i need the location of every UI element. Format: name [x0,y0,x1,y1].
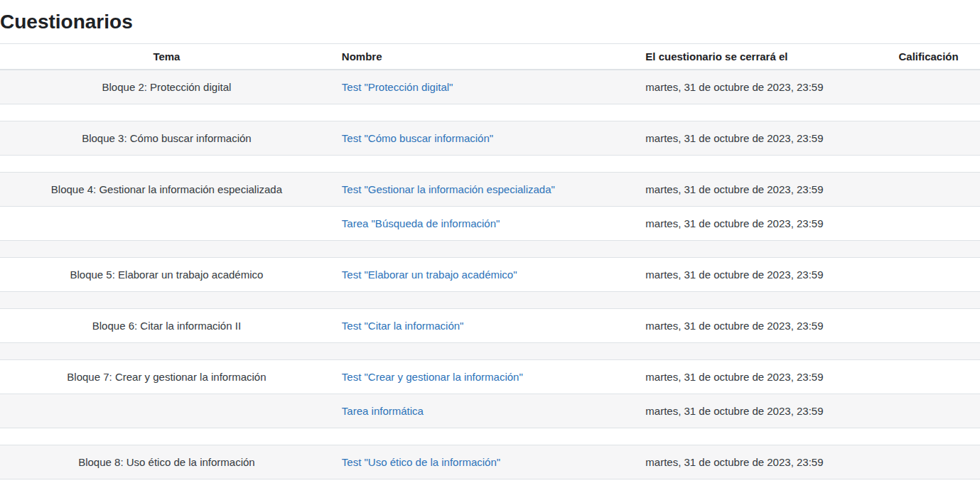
col-header-tema: Tema [0,44,333,70]
page-title: Cuestionarios [0,10,980,34]
header-row: Tema Nombre El cuestionario se cerrará e… [0,44,980,70]
tema-cell: Bloque 5: Elaborar un trabajo académico [0,258,333,292]
tema-cell: Bloque 8: Uso ético de la información [0,445,333,479]
tema-cell: Bloque 3: Cómo buscar información [0,121,333,156]
tema-cell: Bloque 2: Protección digital [0,70,333,104]
quiz-row: Tarea "Búsqueda de información" martes, … [0,207,980,241]
close-date-cell: martes, 31 de octubre de 2023, 23:59 [637,207,877,241]
activity-link[interactable]: Test "Protección digital" [342,81,453,93]
activity-link[interactable]: Test "Gestionar la información especiali… [342,183,555,195]
quiz-row: Bloque 4: Gestionar la información espec… [0,173,980,207]
nombre-cell: Test "Citar la información" [333,309,637,343]
nombre-cell: Test "Elaborar un trabajo académico" [333,258,637,292]
close-date-cell: martes, 31 de octubre de 2023, 23:59 [637,258,877,292]
activity-link[interactable]: Test "Citar la información" [342,320,464,332]
col-header-calificacion: Calificación [877,44,980,70]
activity-link[interactable]: Tarea "Búsqueda de información" [342,217,500,229]
close-date-cell: martes, 31 de octubre de 2023, 23:59 [637,173,877,207]
spacer-row [0,241,980,258]
col-header-nombre: Nombre [333,44,637,70]
nombre-cell: Test "Protección digital" [333,70,637,104]
quizzes-table: Tema Nombre El cuestionario se cerrará e… [0,43,980,479]
quiz-row: Bloque 6: Citar la información II Test "… [0,309,980,343]
grade-cell [877,445,980,479]
grade-cell [877,360,980,394]
nombre-cell: Test "Gestionar la información especiali… [333,173,637,207]
nombre-cell: Test "Cómo buscar información" [333,121,637,156]
spacer-cell [0,428,980,445]
tema-cell [0,394,333,428]
spacer-cell [0,343,980,360]
grade-cell [877,258,980,292]
spacer-row [0,104,980,121]
quiz-row: Bloque 5: Elaborar un trabajo académico … [0,258,980,292]
nombre-cell: Tarea informática [333,394,637,428]
activity-link[interactable]: Test "Crear y gestionar la información" [342,371,523,383]
activity-link[interactable]: Test "Uso ético de la información" [342,456,500,468]
grade-cell [877,207,980,241]
close-date-cell: martes, 31 de octubre de 2023, 23:59 [637,360,877,394]
nombre-cell: Test "Crear y gestionar la información" [333,360,637,394]
col-header-cierre: El cuestionario se cerrará el [637,44,877,70]
close-date-cell: martes, 31 de octubre de 2023, 23:59 [637,445,877,479]
nombre-cell: Test "Uso ético de la información" [333,445,637,479]
grade-cell [877,70,980,104]
tema-cell [0,207,333,241]
spacer-cell [0,156,980,173]
close-date-cell: martes, 31 de octubre de 2023, 23:59 [637,70,877,104]
grade-cell [877,394,980,428]
close-date-cell: martes, 31 de octubre de 2023, 23:59 [637,309,877,343]
tema-cell: Bloque 4: Gestionar la información espec… [0,173,333,207]
quiz-row: Bloque 2: Protección digital Test "Prote… [0,70,980,104]
activity-link[interactable]: Test "Elaborar un trabajo académico" [342,269,517,281]
close-date-cell: martes, 31 de octubre de 2023, 23:59 [637,394,877,428]
spacer-row [0,428,980,445]
spacer-cell [0,241,980,258]
tema-cell: Bloque 7: Crear y gestionar la informaci… [0,360,333,394]
quiz-row: Tarea informática martes, 31 de octubre … [0,394,980,428]
activity-link[interactable]: Test "Cómo buscar información" [342,132,493,144]
quiz-row: Bloque 7: Crear y gestionar la informaci… [0,360,980,394]
grade-cell [877,309,980,343]
quiz-row: Bloque 3: Cómo buscar información Test "… [0,121,980,156]
grade-cell [877,121,980,156]
close-date-cell: martes, 31 de octubre de 2023, 23:59 [637,121,877,156]
spacer-cell [0,104,980,121]
tema-cell: Bloque 6: Citar la información II [0,309,333,343]
spacer-cell [0,292,980,309]
activity-link[interactable]: Tarea informática [342,405,424,417]
spacer-row [0,343,980,360]
nombre-cell: Tarea "Búsqueda de información" [333,207,637,241]
grade-cell [877,173,980,207]
spacer-row [0,156,980,173]
spacer-row [0,292,980,309]
quiz-row: Bloque 8: Uso ético de la información Te… [0,445,980,479]
